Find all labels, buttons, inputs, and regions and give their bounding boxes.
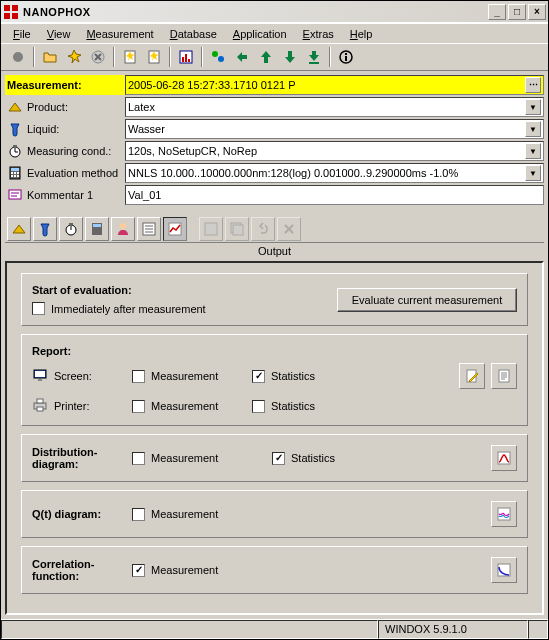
svg-point-40 — [120, 223, 126, 229]
tab-list-icon[interactable] — [137, 217, 161, 241]
report-section: Report: Screen: Measurement Statistics P… — [21, 334, 528, 426]
svg-rect-37 — [69, 223, 73, 225]
eval-method-row: Evaluation method NNLS 10.000..10000.000… — [5, 163, 544, 183]
comment-icon — [7, 187, 23, 203]
tb-run-icon[interactable] — [63, 46, 85, 68]
printer-stats-checkbox[interactable] — [252, 400, 265, 413]
tab-saveall-icon — [225, 217, 249, 241]
menu-file[interactable]: File — [7, 26, 37, 42]
svg-rect-28 — [17, 172, 19, 174]
evalmethod-combo[interactable]: NNLS 10.000..10000.000nm:128(log) 0.0010… — [125, 163, 544, 183]
minimize-button[interactable]: _ — [488, 4, 506, 20]
svg-rect-18 — [345, 56, 347, 61]
correlation-title: Correlation- function: — [32, 558, 132, 582]
tb-cancel-icon[interactable] — [87, 46, 109, 68]
tab-strip — [5, 211, 544, 243]
menu-database[interactable]: Database — [164, 26, 223, 42]
qt-meas-checkbox[interactable] — [132, 508, 145, 521]
tab-save-icon — [199, 217, 223, 241]
status-left — [1, 620, 378, 639]
product-combo[interactable]: Latex▼ — [125, 97, 544, 117]
tb-chart-icon[interactable] — [175, 46, 197, 68]
printer-label: Printer: — [54, 400, 89, 412]
status-grip — [528, 620, 548, 639]
dist-meas-checkbox[interactable] — [132, 452, 145, 465]
close-button[interactable]: × — [528, 4, 546, 20]
tb-arrow-down-icon[interactable] — [279, 46, 301, 68]
corr-chart-icon[interactable] — [491, 557, 517, 583]
maximize-button[interactable]: □ — [508, 4, 526, 20]
svg-rect-25 — [11, 168, 19, 171]
svg-rect-2 — [4, 13, 10, 19]
printer-icon — [32, 397, 48, 415]
menu-application[interactable]: Application — [227, 26, 293, 42]
status-bar: WINDOX 5.9.1.0 — [1, 619, 548, 639]
svg-rect-0 — [4, 5, 10, 11]
tab-user-icon[interactable] — [111, 217, 135, 241]
svg-rect-11 — [182, 57, 184, 62]
dropdown-arrow-icon[interactable]: ▼ — [525, 143, 541, 159]
svg-rect-12 — [185, 54, 187, 62]
dropdown-arrow-icon[interactable]: ▼ — [525, 165, 541, 181]
output-tab-label: Output — [5, 243, 544, 259]
dist-chart-icon[interactable] — [491, 445, 517, 471]
title-bar: NANOPHOX _ □ × — [1, 1, 548, 23]
content-area: Measurement: 2005-06-28 15:27:33.1710 01… — [1, 71, 548, 619]
tb-shapes-icon[interactable] — [207, 46, 229, 68]
screen-meas-checkbox[interactable] — [132, 370, 145, 383]
app-icon — [3, 4, 19, 20]
tb-arrow-up-icon[interactable] — [255, 46, 277, 68]
tb-doc1-icon[interactable] — [119, 46, 141, 68]
calculator-icon — [7, 165, 23, 181]
svg-rect-53 — [38, 379, 42, 381]
tb-record-icon[interactable] — [7, 46, 29, 68]
toolbar — [1, 43, 548, 71]
tb-info-icon[interactable] — [335, 46, 357, 68]
tab-product-icon[interactable] — [7, 217, 31, 241]
svg-point-4 — [13, 52, 23, 62]
correlation-section: Correlation- function: Measurement — [21, 546, 528, 594]
tb-arrow-left-up-icon[interactable] — [231, 46, 253, 68]
liquid-combo[interactable]: Wasser▼ — [125, 119, 544, 139]
immediately-checkbox[interactable] — [32, 302, 45, 315]
status-version: WINDOX 5.9.1.0 — [378, 620, 528, 639]
menu-help[interactable]: Help — [344, 26, 379, 42]
dist-diagram-title: Distribution- diagram: — [32, 446, 132, 470]
meascond-combo[interactable]: 120s, NoSetupCR, NoRep▼ — [125, 141, 544, 161]
tb-arrow-down-bar-icon[interactable] — [303, 46, 325, 68]
evaluate-button[interactable]: Evaluate current measurement — [337, 288, 517, 312]
tb-open-icon[interactable] — [39, 46, 61, 68]
measurement-combo[interactable]: 2005-06-28 15:27:33.1710 0121 P ⋯ — [125, 75, 544, 95]
menu-extras[interactable]: Extras — [297, 26, 340, 42]
dist-stats-checkbox[interactable] — [272, 452, 285, 465]
svg-rect-27 — [14, 172, 16, 174]
menu-measurement[interactable]: Measurement — [80, 26, 159, 42]
screen-stats-checkbox[interactable] — [252, 370, 265, 383]
tb-doc2-icon[interactable] — [143, 46, 165, 68]
kommentar-input[interactable]: Val_01 — [125, 185, 544, 205]
svg-rect-26 — [11, 172, 13, 174]
svg-rect-61 — [37, 399, 43, 403]
tab-output-icon[interactable] — [163, 217, 187, 241]
dropdown-arrow-icon[interactable]: ▼ — [525, 121, 541, 137]
app-window: NANOPHOX _ □ × File View Measurement Dat… — [0, 0, 549, 640]
qt-chart-icon[interactable] — [491, 501, 517, 527]
report-page-icon[interactable] — [491, 363, 517, 389]
liquid-label: Liquid: — [27, 123, 59, 135]
tab-calc-icon[interactable] — [85, 217, 109, 241]
corr-meas-checkbox[interactable] — [132, 564, 145, 577]
product-label: Product: — [27, 101, 68, 113]
svg-rect-46 — [205, 223, 217, 235]
printer-meas-checkbox[interactable] — [132, 400, 145, 413]
svg-rect-29 — [11, 175, 13, 177]
measurement-browse-button[interactable]: ⋯ — [525, 77, 541, 93]
report-title: Report: — [32, 345, 517, 357]
screen-label: Screen: — [54, 370, 92, 382]
tab-clock-icon[interactable] — [59, 217, 83, 241]
tab-liquid-icon[interactable] — [33, 217, 57, 241]
menu-view[interactable]: View — [41, 26, 77, 42]
svg-rect-1 — [12, 5, 18, 11]
dropdown-arrow-icon[interactable]: ▼ — [525, 99, 541, 115]
report-edit-icon[interactable] — [459, 363, 485, 389]
window-title: NANOPHOX — [23, 6, 486, 18]
